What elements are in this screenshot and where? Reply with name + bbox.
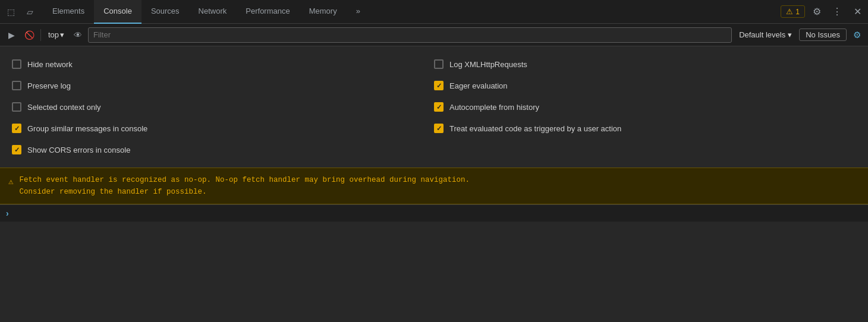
group-similar-checkbox[interactable] (12, 124, 21, 133)
tab-sources[interactable]: Sources (141, 0, 189, 24)
log-levels-chevron-icon: ▾ (788, 30, 792, 39)
log-levels-dropdown[interactable]: Default levels ▾ (734, 29, 797, 40)
show-cors-checkbox[interactable] (12, 145, 21, 154)
tab-console[interactable]: Console (94, 0, 141, 24)
chevron-down-icon: ▾ (60, 30, 64, 39)
inspect-icon[interactable]: ⬚ (2, 4, 19, 20)
tab-bar: ⬚ ▱ Elements Console Sources Network Per… (0, 0, 868, 24)
tab-elements[interactable]: Elements (43, 0, 94, 24)
settings-grid: Hide network Preserve log Selected conte… (12, 53, 856, 160)
autocomplete-option[interactable]: Autocomplete from history (434, 96, 856, 118)
warning-triangle-icon: ⚠ (786, 7, 793, 16)
settings-right-col: Log XMLHttpRequests Eager evaluation Aut… (434, 53, 856, 160)
treat-evaluated-option[interactable]: Treat evaluated code as triggered by a u… (434, 118, 856, 139)
divider (40, 29, 41, 41)
console-input-row: › (0, 204, 868, 222)
selected-context-checkbox[interactable] (12, 102, 21, 112)
warning-message-text: Fetch event handler is recognized as no-… (19, 174, 470, 198)
eager-eval-checkbox[interactable] (434, 81, 444, 90)
clear-console-icon[interactable]: 🚫 (21, 27, 37, 43)
group-similar-option[interactable]: Group similar messages in console (12, 118, 434, 139)
settings-gear-button[interactable]: ⚙ (809, 4, 825, 20)
tab-more[interactable]: » (347, 0, 370, 24)
warning-badge[interactable]: ⚠ 1 (781, 5, 805, 18)
expand-icon[interactable]: ▶ (4, 27, 19, 43)
console-input-field[interactable] (12, 209, 862, 218)
hide-network-checkbox[interactable] (12, 59, 21, 69)
tab-memory[interactable]: Memory (300, 0, 347, 24)
preserve-log-option[interactable]: Preserve log (12, 75, 434, 96)
tab-right-actions: ⚠ 1 ⚙ ⋮ ✕ (781, 4, 866, 20)
treat-evaluated-checkbox[interactable] (434, 124, 444, 133)
console-toolbar: ▶ 🚫 top ▾ 👁 Default levels ▾ No Issues ⚙ (0, 24, 868, 46)
autocomplete-checkbox[interactable] (434, 102, 444, 112)
warning-count: 1 (795, 8, 800, 16)
no-issues-button[interactable]: No Issues (799, 29, 847, 41)
close-button[interactable]: ✕ (849, 4, 866, 20)
tab-network[interactable]: Network (189, 0, 237, 24)
context-selector[interactable]: top ▾ (45, 29, 68, 40)
settings-panel: Hide network Preserve log Selected conte… (0, 46, 868, 168)
show-cors-option[interactable]: Show CORS errors in console (12, 139, 434, 160)
eager-eval-option[interactable]: Eager evaluation (434, 75, 856, 96)
tab-icons: ⬚ ▱ (2, 4, 38, 20)
log-xml-checkbox[interactable] (434, 59, 444, 69)
log-xml-option[interactable]: Log XMLHttpRequests (434, 53, 856, 75)
preserve-log-checkbox[interactable] (12, 81, 21, 90)
selected-context-label: Selected context only (27, 103, 101, 112)
settings-left-col: Hide network Preserve log Selected conte… (12, 53, 434, 160)
context-label: top (48, 30, 59, 39)
hide-network-option[interactable]: Hide network (12, 53, 434, 75)
selected-context-option[interactable]: Selected context only (12, 96, 434, 118)
eye-icon[interactable]: 👁 (70, 27, 86, 43)
device-icon[interactable]: ▱ (21, 4, 38, 20)
warning-triangle-icon: ⚠ (8, 175, 13, 188)
console-settings-icon[interactable]: ⚙ (849, 27, 864, 43)
log-levels-label: Default levels (739, 30, 785, 39)
filter-input[interactable] (88, 27, 732, 43)
more-options-button[interactable]: ⋮ (829, 4, 845, 20)
tab-performance[interactable]: Performance (236, 0, 299, 24)
warning-message-row: ⚠ Fetch event handler is recognized as n… (0, 168, 868, 204)
prompt-icon: › (6, 209, 9, 218)
